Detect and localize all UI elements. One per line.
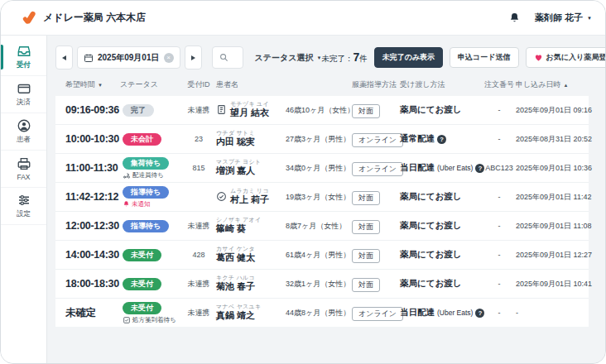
column-header-0[interactable]: 希望時間▼ [55, 79, 120, 90]
favorite-pharmacy-users-button[interactable]: お気に入り薬局登録者 [526, 47, 605, 68]
user-name: 薬剤師 花子 [535, 12, 583, 24]
status-filter-select[interactable]: ステータス選択 ▼ [255, 52, 322, 64]
patient-name-block: キクチ ハルコ菊池 春子 [216, 275, 255, 293]
table-row[interactable]: 12:00-12:30指導待ち未連携シノザキ アオイ篠崎 葵8歳7ヶ月（女性）対… [55, 212, 589, 241]
order-number: - [483, 222, 516, 230]
guidance-method-badge: 対面 [352, 249, 380, 263]
column-header-7: 注文番号 [483, 79, 516, 90]
sidebar-item-patients[interactable]: 患者 [1, 113, 46, 151]
sidebar-item-settings[interactable]: 設定 [1, 188, 46, 225]
reception-table: 希望時間▼ステータス受付ID患者名服薬指導方法受け渡し方法注文番号申し込み日時▲… [55, 79, 589, 327]
guidance-method-cell: 対面 [352, 275, 400, 292]
reception-tray-icon [17, 44, 31, 59]
chevron-right-icon [191, 55, 195, 60]
table-row[interactable]: 18:00-18:30未受付未連携キクチ ハルコ菊池 春子32歳1ヶ月（女性）対… [55, 270, 589, 299]
guidance-method-badge: 対面 [352, 104, 380, 118]
patient-kana: キクチ ハルコ [216, 275, 255, 281]
search-input[interactable] [233, 52, 236, 63]
patient-age-gender: 19歳3ヶ月（女性） [286, 192, 352, 203]
status-badge: 完了 [123, 104, 154, 117]
column-header-label: ステータス [120, 79, 158, 90]
user-menu[interactable]: 薬剤師 花子 ▼ [535, 12, 592, 24]
guidance-method-badge: オンライン [352, 133, 403, 147]
order-number: ABC123 [483, 164, 516, 172]
status-badge: 指導待ち [123, 220, 169, 232]
column-header-2: 受付ID [181, 79, 216, 90]
sort-arrow-icon: ▲ [563, 83, 568, 88]
prev-day-button[interactable] [55, 46, 73, 69]
pharmacy-title: メドレー薬局 六本木店 [43, 11, 146, 25]
patient-name: 増渕 嘉人 [216, 165, 262, 177]
guidance-method-cell: オンライン [352, 304, 400, 321]
delivery-method-cell: 当日配達(Uber Eats)? [400, 162, 483, 174]
status-badge: 未会計 [123, 133, 161, 146]
status-badge: 未受付 [123, 249, 161, 261]
status-cell: 指導待ち [120, 220, 181, 232]
patient-name: 内田 聡実 [216, 136, 255, 148]
sidebar-item-payment[interactable]: 決済 [1, 76, 46, 113]
patient-kana: モチヅキ ユイ [230, 101, 269, 108]
status-badge: 未受付 [123, 302, 161, 314]
sidebar-item-label: 決済 [17, 98, 31, 108]
prescription-icon [216, 104, 227, 115]
table-row[interactable]: 11:00-11:30集荷待ち配達員待ち815マスブチ ヨシト増渕 嘉人34歳0… [55, 154, 589, 183]
incomplete-label: 未完了： [321, 54, 353, 65]
guidance-method-badge: オンライン [352, 307, 403, 321]
delivery-method-label: 通常配達 [400, 133, 435, 145]
delivery-method-label: 当日配達 [400, 307, 435, 318]
table-row[interactable]: 未確定未受付処方箋到着待ち未連携マナベ ヤスユキ真鍋 靖之44歳8ヶ月（男性）オ… [55, 299, 589, 327]
delivery-method-cell: 当日配達(Uber Eats)? [400, 307, 483, 318]
application-datetime: - [516, 309, 590, 317]
sidebar-item-fax[interactable]: FAX [1, 151, 46, 188]
table-row[interactable]: 11:42-12:12指導待ち未通知ムラカミ リコ村上 莉子19歳3ヶ月（女性）… [55, 183, 589, 212]
checkbox-icon [123, 316, 131, 324]
reception-id: 未連携 [181, 105, 216, 116]
sort-arrow-icon: ▼ [98, 83, 103, 88]
desired-time: 14:00-14:30 [55, 249, 120, 261]
patient-kana: マスブチ ヨシト [216, 159, 262, 165]
column-header-8[interactable]: 申し込み日時▲ [516, 79, 590, 90]
status-badge: 集荷待ち [123, 157, 169, 170]
reception-id: 未連携 [181, 308, 216, 318]
status-cell: 集荷待ち配達員待ち [120, 157, 181, 180]
heart-icon [534, 53, 543, 62]
delivery-method-cell: 通常配達? [400, 133, 483, 145]
order-number: - [483, 309, 516, 317]
clear-date-icon[interactable]: × [164, 53, 174, 63]
status-badge: 未受付 [123, 278, 161, 290]
delivery-method-cell: 薬局にてお渡し [400, 104, 483, 116]
guidance-method-cell: 対面 [352, 218, 400, 234]
table-row[interactable]: 14:00-14:30未受付428カサイ ケンタ葛西 健太61歳4ヶ月（男性）対… [55, 241, 589, 270]
patient-name: 村上 莉子 [230, 194, 269, 206]
date-picker[interactable]: 2025年09月01日 × [77, 46, 180, 69]
patient-name: 篠崎 葵 [216, 223, 262, 235]
delivery-method-label: 薬局にてお渡し [400, 278, 461, 290]
status-cell: 未受付処方箋到着待ち [120, 302, 181, 324]
patient-kana: ウチダ サトミ [216, 130, 255, 136]
courier-icon [123, 171, 131, 180]
toolbar-right-group: 未完了： 7 件 未完了のみ表示 申込コード送信 お気に入り薬局登録者 ⋮ [321, 47, 605, 68]
patient-kana: カサイ ケンタ [216, 246, 255, 252]
patient-name: 菊池 春子 [216, 281, 255, 293]
application-datetime: 2025年09月01日 12:27 [516, 250, 590, 261]
notification-bell-icon[interactable] [508, 12, 521, 24]
send-application-code-button[interactable]: 申込コード送信 [450, 47, 518, 68]
online-check-icon [216, 191, 227, 202]
table-row[interactable]: 09:16-09:36完了未連携モチヅキ ユイ望月 結衣46歳10ヶ月（女性）対… [55, 96, 589, 125]
patient-cell: ムラカミ リコ村上 莉子 [216, 188, 286, 206]
delivery-method-cell: 薬局にてお渡し [400, 220, 483, 232]
chevron-down-icon: ▼ [587, 16, 592, 21]
next-day-button[interactable] [185, 46, 202, 69]
status-badge: 指導待ち [123, 186, 169, 199]
patient-name-block: マスブチ ヨシト増渕 嘉人 [216, 159, 262, 177]
reception-id: 815 [181, 164, 216, 172]
guidance-method-badge: 対面 [352, 278, 380, 292]
patient-name-block: シノザキ アオイ篠崎 葵 [216, 217, 262, 235]
table-row[interactable]: 10:00-10:30未会計23ウチダ サトミ内田 聡実27歳3ヶ月（男性）オン… [55, 125, 589, 154]
status-cell: 完了 [120, 104, 181, 117]
desired-time: 12:00-12:30 [55, 220, 120, 232]
show-incomplete-only-button[interactable]: 未完了のみ表示 [374, 47, 443, 68]
help-icon[interactable]: ? [437, 135, 446, 144]
sidebar-item-label: 受付 [17, 60, 31, 70]
sidebar-item-reception[interactable]: 受付 [1, 39, 46, 76]
